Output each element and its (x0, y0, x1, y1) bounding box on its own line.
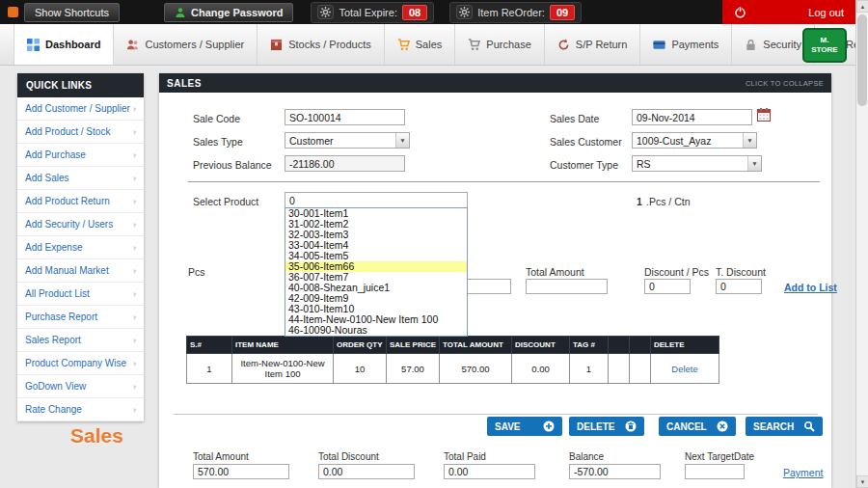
tab-stocks-products[interactable]: Stocks / Products (258, 24, 385, 65)
dropdown-item[interactable]: 32-003-Item3 (285, 230, 467, 240)
sidebar-item-product-company-wise[interactable]: Product Company Wise› (17, 352, 144, 375)
save-button[interactable]: SAVE (487, 417, 562, 436)
tab-purchase[interactable]: Purchase (455, 24, 544, 65)
tab-sp-return[interactable]: S/P Return (545, 24, 641, 65)
dropdown-item[interactable]: 36-007-Item7 (285, 272, 467, 283)
table-header-cell (630, 337, 651, 354)
sidebar-item-sales-report[interactable]: Sales Report› (17, 329, 144, 352)
total-expire-badge[interactable]: 08 (402, 5, 427, 20)
dropdown-item[interactable]: 44-Item-New-0100-New Item 100 (285, 314, 467, 325)
dashboard-icon (27, 39, 40, 51)
total-discount-label: Total Discount (318, 451, 379, 462)
balance-input[interactable] (569, 464, 661, 479)
sales-date-input[interactable] (632, 109, 752, 125)
previous-balance-input[interactable] (285, 155, 405, 172)
chevron-right-icon: › (133, 405, 136, 415)
dropdown-item[interactable]: 40-008-Shezan_juice1 (285, 283, 467, 293)
dropdown-item[interactable]: 46-10090-Nouras (285, 325, 467, 336)
sales-customer-label: Sales Customer (550, 136, 622, 148)
next-target-date-input[interactable] (685, 464, 745, 479)
sidebar-item-add-purchase[interactable]: Add Purchase› (17, 144, 144, 167)
cancel-button-label: CANCEL (666, 421, 707, 432)
sidebar-item-add-manual-market[interactable]: Add Manual Market› (17, 259, 144, 283)
calendar-icon[interactable] (757, 108, 771, 125)
pcs-label: Pcs (188, 266, 205, 278)
sidebar-item-all-product-list[interactable]: All Product List› (17, 283, 144, 306)
sales-customer-select[interactable]: 1009-Cust_Ayaz ▼ (632, 132, 757, 149)
discount-pcs-input[interactable] (644, 279, 691, 294)
sales-type-select[interactable]: Customer ▼ (285, 132, 410, 149)
divider (174, 414, 818, 415)
cell-tag: 1 (570, 354, 609, 384)
dropdown-item[interactable]: 30-001-Item1 (285, 208, 467, 219)
show-shortcuts-button[interactable]: Show Shortcuts (24, 3, 120, 22)
total-discount-input[interactable] (318, 464, 415, 479)
dropdown-item[interactable]: 34-005-Item5 (285, 251, 467, 261)
sidebar-item-add-security-users[interactable]: Add Security / Users› (17, 213, 144, 236)
dropdown-item[interactable]: 31-002-Item2 (285, 219, 467, 230)
change-password-button[interactable]: Change Password (164, 3, 293, 22)
sidebar-item-add-product-return[interactable]: Add Product Return› (17, 190, 144, 213)
sidebar-item-add-sales[interactable]: Add Sales› (17, 167, 144, 190)
tab-label: Purchase (486, 39, 530, 50)
page-title: SALES (167, 78, 202, 89)
logout-button[interactable]: Log out (722, 0, 855, 24)
sidebar-item-rate-change[interactable]: Rate Change› (17, 398, 144, 421)
tab-label: Payments (671, 39, 719, 50)
sidebar-item-purchase-report[interactable]: Purchase Report› (17, 306, 144, 329)
scroll-up-button[interactable]: ▲ (856, 0, 868, 13)
sidebar-item-add-customer-supplier[interactable]: Add Customer / Supplier› (17, 97, 144, 121)
dropdown-item[interactable]: 42-009-Item9 (285, 293, 467, 304)
item-reorder-label: Item ReOrder: (477, 7, 545, 18)
shortcuts-icon (8, 7, 18, 17)
sale-code-input[interactable] (285, 109, 405, 125)
line-total-amount-input[interactable] (526, 279, 608, 294)
chevron-right-icon: › (133, 127, 136, 137)
customer-type-select[interactable]: RS ▼ (632, 155, 762, 172)
tab-customers-supplier[interactable]: Customers / Supplier (114, 24, 258, 65)
collapse-toggle[interactable]: CLICK TO COLLAPSE (746, 79, 824, 88)
sales-panel: SALES CLICK TO COLLAPSE Sale Code Sales … (159, 73, 831, 488)
scroll-down-button[interactable]: ▼ (856, 475, 868, 488)
search-button[interactable]: SEARCH (746, 417, 823, 436)
tab-sales[interactable]: Sales (385, 24, 456, 65)
table-header-cell: TAG # (570, 337, 609, 354)
sale-code-label: Sale Code (193, 113, 240, 124)
dropdown-item[interactable]: 43-010-Item10 (285, 304, 467, 314)
vertical-scrollbar[interactable]: ▲ ▼ (855, 0, 868, 488)
cell-order-qty: 10 (334, 354, 387, 384)
dropdown-item-highlighted[interactable]: 35-006-Item66 (285, 261, 467, 272)
total-amount-input[interactable] (193, 464, 289, 479)
delete-button[interactable]: DELETE (569, 417, 644, 436)
sidebar-item-godown-view[interactable]: GoDown View› (17, 375, 144, 398)
add-to-list-link[interactable]: Add to List (784, 282, 837, 293)
item-reorder-badge[interactable]: 09 (550, 5, 575, 20)
chevron-right-icon: › (133, 104, 136, 114)
logout-label: Log out (808, 7, 844, 18)
sidebar-item-label: Product Company Wise (25, 358, 126, 368)
items-table: S.# ITEM NAME ORDER QTY SALE PRICE TOTAL… (186, 336, 719, 384)
table-header-row: S.# ITEM NAME ORDER QTY SALE PRICE TOTAL… (187, 337, 719, 354)
total-expire-label: Total Expire: (339, 7, 397, 18)
total-paid-input[interactable] (444, 464, 535, 479)
scrollbar-thumb[interactable] (857, 14, 867, 106)
select-product-input[interactable] (285, 192, 468, 208)
sidebar-item-label: Add Product Return (25, 196, 110, 206)
sidebar-item-add-expense[interactable]: Add Expense› (17, 236, 144, 259)
tab-label: Stocks / Products (288, 39, 371, 50)
tab-payments[interactable]: Payments (640, 24, 732, 65)
chevron-right-icon: › (133, 150, 136, 160)
payment-link[interactable]: Payment (783, 467, 823, 478)
chevron-right-icon: › (133, 197, 136, 206)
tab-label: S/P Return (576, 39, 628, 50)
app-window: Show Shortcuts Change Password Total Exp… (0, 0, 868, 488)
tab-label: Security (763, 39, 801, 50)
tab-dashboard[interactable]: Dashboard (14, 24, 114, 65)
row-delete-link[interactable]: Delete (671, 364, 697, 374)
dropdown-item[interactable]: 33-004-Item4 (285, 240, 467, 251)
total-expire-metric: Total Expire: 08 (311, 2, 434, 23)
cancel-button[interactable]: CANCEL (659, 417, 736, 436)
tab-label: Sales (416, 39, 443, 50)
t-discount-input[interactable] (716, 279, 762, 294)
sidebar-item-add-product-stock[interactable]: Add Product / Stock› (17, 121, 144, 144)
